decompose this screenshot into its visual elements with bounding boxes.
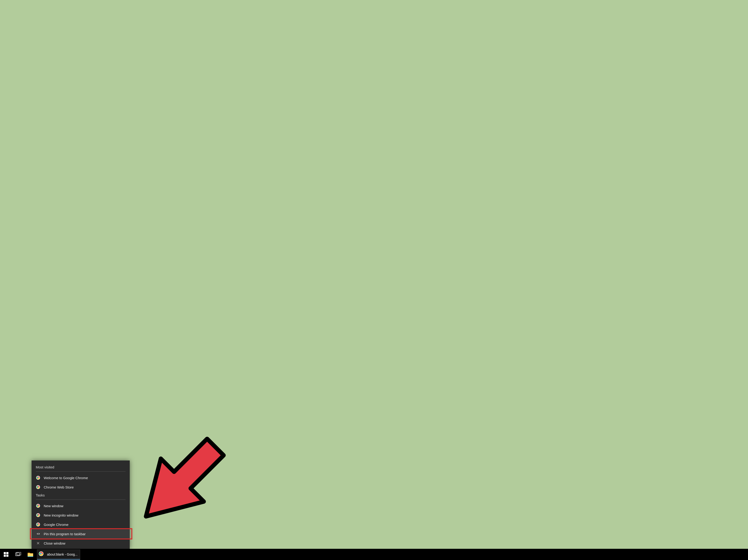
jumplist-item-label: Pin this program to taskbar xyxy=(44,532,86,536)
svg-rect-16 xyxy=(4,552,6,554)
divider xyxy=(36,471,125,472)
jumplist-item-label: New window xyxy=(44,504,63,508)
jumplist-item-label: Chrome Web Store xyxy=(44,485,74,489)
chrome-icon xyxy=(36,485,41,489)
jumplist-item-new-incognito-window[interactable]: New incognito window xyxy=(31,510,130,520)
svg-rect-17 xyxy=(6,552,8,554)
start-button[interactable] xyxy=(0,549,12,560)
svg-rect-15 xyxy=(38,533,39,535)
jumplist-section-most-visited: Most visited xyxy=(31,464,130,471)
jumplist-item-label: New incognito window xyxy=(44,513,78,517)
jumplist-section-tasks: Tasks xyxy=(31,492,130,500)
chrome-icon xyxy=(36,504,41,508)
jumplist-item-app-google-chrome[interactable]: Google Chrome xyxy=(31,520,130,529)
taskbar-file-explorer[interactable] xyxy=(24,549,37,560)
jumplist-item-label: Close window xyxy=(44,541,66,545)
jumplist-item-label: Welcome to Google Chrome xyxy=(44,476,88,480)
chrome-icon xyxy=(36,513,41,517)
taskbar-task-label: about:blank - Goog... xyxy=(47,553,77,556)
taskbar: about:blank - Goog... xyxy=(0,549,748,560)
file-explorer-icon xyxy=(27,551,34,558)
jumplist-item-welcome-chrome[interactable]: Welcome to Google Chrome xyxy=(31,473,130,482)
chrome-icon xyxy=(36,476,41,480)
windows-logo-icon xyxy=(4,552,8,557)
pin-icon xyxy=(36,532,41,536)
svg-rect-19 xyxy=(6,555,8,557)
jumplist-item-new-window[interactable]: New window xyxy=(31,501,130,510)
divider xyxy=(36,500,125,500)
svg-rect-21 xyxy=(17,552,21,555)
close-icon xyxy=(36,541,41,545)
task-view-icon xyxy=(16,552,21,557)
task-view-button[interactable] xyxy=(12,549,24,560)
svg-rect-22 xyxy=(28,556,33,557)
jumplist-item-close-window[interactable]: Close window xyxy=(31,538,130,548)
jumplist-item-label: Google Chrome xyxy=(44,522,69,527)
svg-rect-20 xyxy=(16,553,19,556)
annotation-pointer-arrow xyxy=(121,419,243,541)
svg-rect-18 xyxy=(4,555,6,557)
chrome-icon xyxy=(36,522,41,527)
taskbar-jumplist: Most visited Welcome to Google Chrome xyxy=(31,461,130,549)
jumplist-item-chrome-web-store[interactable]: Chrome Web Store xyxy=(31,482,130,492)
chrome-icon xyxy=(39,551,45,558)
jumplist-item-pin-to-taskbar[interactable]: Pin this program to taskbar xyxy=(31,529,130,538)
taskbar-running-chrome[interactable]: about:blank - Goog... xyxy=(37,550,80,560)
